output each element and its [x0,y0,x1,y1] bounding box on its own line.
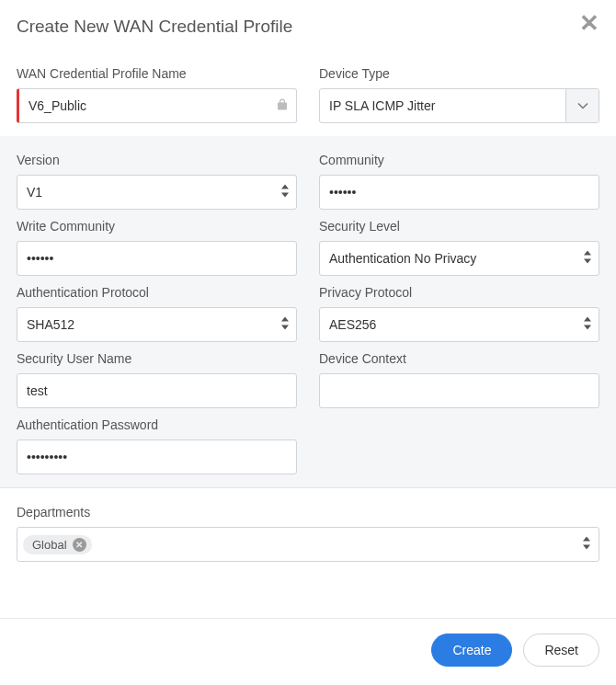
reset-button[interactable]: Reset [523,634,599,667]
create-wan-credential-modal: Create New WAN Credential Profile ✕ WAN … [0,0,616,685]
section-departments: Departments Global ✕ [0,487,616,575]
field-security-level: Security Level Authentication No Privacy [319,219,599,276]
modal-footer: Create Reset [0,618,616,685]
write-community-label: Write Community [17,219,297,234]
section-middle: Version V1 Community Write Community [0,136,616,487]
version-value: V1 [27,185,42,200]
field-device-context: Device Context [319,351,599,408]
privacy-protocol-select[interactable]: AES256 [319,307,599,342]
field-auth-password: Authentication Password [17,417,297,474]
security-level-value: Authentication No Privacy [329,251,476,266]
section-top: WAN Credential Profile Name Device Type … [0,50,616,136]
field-device-type: Device Type IP SLA ICMP Jitter [319,66,599,123]
privacy-protocol-value: AES256 [329,317,376,332]
device-context-label: Device Context [319,351,599,366]
modal-header: Create New WAN Credential Profile ✕ [0,0,616,50]
device-type-label: Device Type [319,66,599,81]
field-privacy-protocol: Privacy Protocol AES256 [319,285,599,342]
field-community: Community [319,153,599,210]
sort-icon [582,537,591,553]
profile-name-input[interactable] [17,88,297,123]
auth-protocol-value: SHA512 [27,317,74,332]
write-community-input[interactable] [17,241,297,276]
security-user-input[interactable] [17,373,297,408]
chevron-down-icon [565,89,599,122]
field-profile-name: WAN Credential Profile Name [17,66,297,123]
field-security-user: Security User Name [17,351,297,408]
close-icon[interactable]: ✕ [579,17,599,31]
privacy-protocol-label: Privacy Protocol [319,285,599,300]
security-level-select[interactable]: Authentication No Privacy [319,241,599,276]
modal-title: Create New WAN Credential Profile [17,17,292,37]
device-type-value: IP SLA ICMP Jitter [329,98,435,113]
auth-protocol-select[interactable]: SHA512 [17,307,297,342]
profile-name-label: WAN Credential Profile Name [17,66,297,81]
field-departments: Departments Global ✕ [17,505,599,562]
field-auth-protocol: Authentication Protocol SHA512 [17,285,297,342]
version-label: Version [17,153,297,167]
community-input[interactable] [319,175,599,210]
community-label: Community [319,153,599,167]
device-type-select[interactable]: IP SLA ICMP Jitter [319,88,599,123]
field-write-community: Write Community [17,219,297,276]
tag-remove-icon[interactable]: ✕ [73,538,86,552]
security-user-label: Security User Name [17,351,297,366]
departments-select[interactable]: Global ✕ [17,527,599,562]
version-select[interactable]: V1 [17,175,297,210]
department-tag: Global ✕ [23,535,92,554]
field-empty-spacer [319,417,599,474]
auth-protocol-label: Authentication Protocol [17,285,297,300]
security-level-label: Security Level [319,219,599,234]
field-version: Version V1 [17,153,297,210]
create-button[interactable]: Create [431,634,512,667]
auth-password-input[interactable] [17,440,297,474]
device-context-input[interactable] [319,373,599,408]
department-tag-label: Global [32,538,67,552]
departments-label: Departments [17,505,599,519]
auth-password-label: Authentication Password [17,417,297,432]
